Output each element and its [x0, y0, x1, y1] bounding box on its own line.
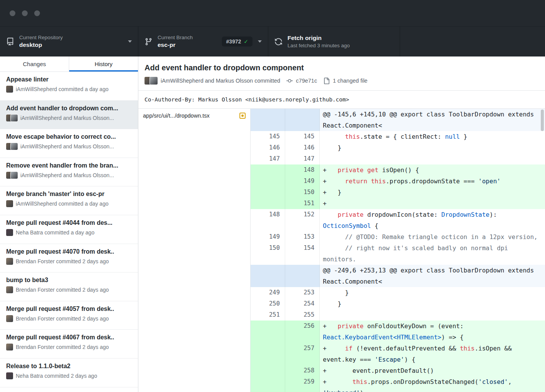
diff-line: 150154 // right now it's scaled badly on… [251, 243, 545, 265]
traffic-light-zoom[interactable] [34, 10, 40, 16]
main-panel: Add event handler to dropdown component … [138, 56, 545, 392]
commit-byline-text: Brendan Forster committed 2 days ago [16, 287, 109, 293]
commit-meta: iAmWillShepherd and Markus Olsson commit… [145, 76, 539, 85]
commit-item[interactable]: Appease linteriAmWillShepherd committed … [0, 72, 138, 101]
commit-item[interactable]: Move escape behavior to correct co...iAm… [0, 129, 138, 158]
avatar [6, 229, 13, 236]
repository-button[interactable]: Current Repository desktop [0, 27, 138, 56]
avatar [6, 315, 13, 322]
line-number-old [251, 164, 285, 176]
diff-lines: @@ -145,6 +145,10 @@ export class Toolba… [251, 109, 545, 392]
commit-item-byline: iAmWillShepherd committed a day ago [6, 86, 132, 93]
line-number-new: 151 [285, 198, 320, 209]
commit-title: Add event handler to dropdown component [145, 63, 539, 73]
traffic-light-minimize[interactable] [22, 10, 28, 16]
file-list: app/src/ui/t.../dropdown.tsx [138, 109, 251, 392]
line-content: + private onFoldoutKeyDown = (event: Rea… [320, 321, 545, 343]
line-number-old [251, 343, 285, 365]
scrollbar-thumb[interactable] [541, 110, 544, 131]
avatar [6, 286, 13, 293]
commit-description: Co-Authored-By: Markus Olsson <niik@user… [138, 91, 545, 109]
commit-item[interactable]: Release to 1.1.0-beta2Neha Batra committ… [0, 359, 138, 387]
avatar [6, 344, 13, 350]
sidebar-tabs: Changes History [0, 56, 138, 72]
commit-item-byline: Neha Batra committed 2 days ago [6, 372, 132, 379]
traffic-light-close[interactable] [10, 10, 15, 16]
line-number-old [251, 176, 285, 187]
line-content: this.state = { clientRect: null } [320, 131, 545, 142]
tab-history[interactable]: History [69, 56, 138, 71]
toolbar: Current Repository desktop Current Branc… [0, 26, 545, 56]
line-content: } [320, 287, 545, 298]
commit-item[interactable]: Merge pull request #4073 from des... [0, 387, 138, 392]
pr-badge: #3972 ✓ [222, 37, 253, 47]
line-content [320, 153, 545, 164]
branch-button[interactable]: Current Branch esc-pr #3972 ✓ [138, 27, 268, 56]
line-content: private dropdownIcon(state: DropdownStat… [320, 209, 545, 231]
line-number-new: 146 [285, 142, 320, 153]
line-number-new: 255 [285, 309, 320, 321]
commit-item[interactable]: Merge pull request #4057 from desk..Bren… [0, 301, 138, 330]
commit-item[interactable]: Merge pull request #4070 from desk..Bren… [0, 244, 138, 273]
commit-item-title: Merge branch 'master' into esc-pr [6, 191, 132, 198]
tab-changes[interactable]: Changes [0, 56, 69, 71]
line-number-new: 148 [285, 164, 320, 176]
pr-number: #3972 [226, 38, 241, 45]
commit-avatars [145, 77, 158, 85]
commit-item-title: Move escape behavior to correct co... [6, 133, 132, 140]
line-number-new: 254 [285, 298, 320, 309]
titlebar [0, 0, 545, 26]
commit-byline-text: iAmWillShepherd committed a day ago [16, 86, 108, 92]
file-item[interactable]: app/src/ui/t.../dropdown.tsx [138, 109, 250, 123]
fetch-origin-button[interactable]: Fetch origin Last fetched 3 minutes ago [268, 27, 400, 56]
commit-item-title: Remove event handler from the bran... [6, 162, 132, 169]
line-number-old [251, 109, 285, 131]
avatar [6, 258, 13, 265]
commit-item[interactable]: Remove event handler from the bran...iAm… [0, 158, 138, 187]
line-content: + if (!event.defaultPrevented && this.is… [320, 343, 545, 365]
diff-line: 249253 } [251, 287, 545, 298]
diff-line: 250254 } [251, 298, 545, 309]
repository-label: Current Repository [19, 35, 63, 40]
commit-item[interactable]: Merge pull request #4044 from des...Neha… [0, 215, 138, 244]
branch-label: Current Branch [158, 35, 193, 40]
line-number-new: 150 [285, 187, 320, 198]
commit-item[interactable]: Merge branch 'master' into esc-priAmWill… [0, 186, 138, 215]
line-content: } [320, 142, 545, 153]
line-number-old [251, 198, 285, 209]
commit-item-title: Merge pull request #4057 from desk.. [6, 306, 132, 312]
line-number-new: 153 [285, 231, 320, 243]
line-number-new: 259 [285, 376, 320, 392]
line-content: @@ -145,6 +145,10 @@ export class Toolba… [320, 109, 545, 131]
avatar [6, 372, 13, 379]
check-icon: ✓ [244, 38, 248, 45]
diff-area: app/src/ui/t.../dropdown.tsx @@ -145,6 +… [138, 109, 545, 392]
commit-item-title: bump to beta3 [6, 277, 132, 284]
line-number-old: 150 [251, 243, 285, 265]
line-number-old [251, 187, 285, 198]
diff-line: 257+ if (!event.defaultPrevented && this… [251, 343, 545, 365]
line-number-old [251, 265, 285, 287]
commit-item[interactable]: Add event handler to dropdown com...iAmW… [0, 101, 138, 130]
diff-line: 145145 this.state = { clientRect: null } [251, 131, 545, 142]
line-content: + private get isOpen() { [320, 164, 545, 176]
avatar [11, 172, 18, 179]
chevron-down-icon [128, 40, 132, 43]
commit-byline-text: iAmWillShepherd committed a day ago [16, 201, 108, 207]
avatar-stack [6, 315, 13, 322]
commit-header: Add event handler to dropdown component … [138, 56, 545, 91]
commit-item[interactable]: Merge pull request #4067 from desk..Bren… [0, 330, 138, 359]
repo-icon [6, 38, 14, 46]
branch-name: esc-pr [158, 42, 193, 48]
commit-byline-text: iAmWillShepherd and Markus Olsson... [20, 172, 114, 178]
line-content: + [320, 198, 545, 209]
avatar [6, 86, 13, 93]
avatar-stack [6, 115, 18, 121]
commit-item-byline: Brendan Forster committed 2 days ago [6, 315, 132, 322]
commit-item-byline: iAmWillShepherd committed a day ago [6, 200, 132, 207]
line-number-new: 147 [285, 153, 320, 164]
line-number-new [285, 109, 320, 131]
diff-view: @@ -145,6 +145,10 @@ export class Toolba… [251, 109, 545, 392]
commit-item[interactable]: bump to beta3Brendan Forster committed 2… [0, 272, 138, 301]
line-number-old [251, 376, 285, 392]
